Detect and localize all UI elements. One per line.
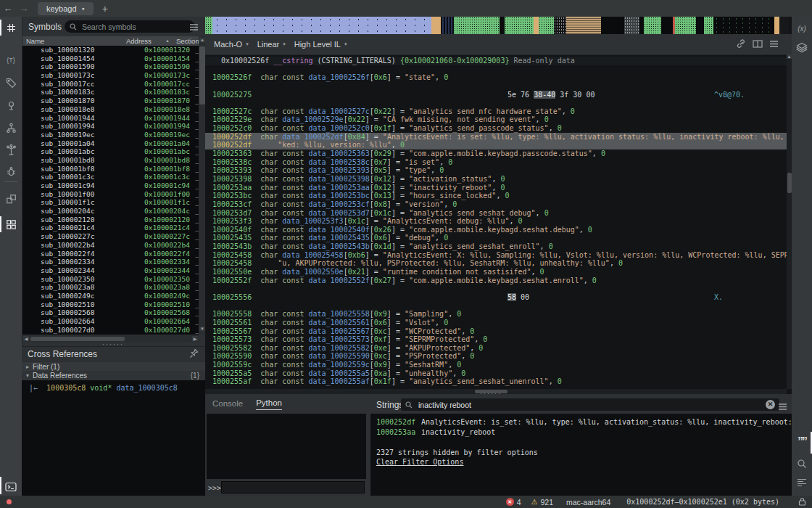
forward-arrow-icon[interactable]: → xyxy=(16,3,32,14)
symbol-row[interactable]: sub_100001abc0x100001abc__text xyxy=(22,147,199,156)
symbol-row[interactable]: sub_1000018e80x1000018e8__text xyxy=(22,105,199,114)
view-dropdown[interactable]: Linear▾ xyxy=(257,40,286,49)
symbol-row[interactable]: sub_1000022f40x1000022f4__text xyxy=(22,250,199,258)
strings-search-input[interactable] xyxy=(417,400,761,410)
minimap-segment[interactable] xyxy=(624,17,639,34)
layers-icon[interactable] xyxy=(792,38,812,56)
minimap-segment[interactable] xyxy=(205,17,212,34)
symbol-row[interactable]: sub_100001f1c0x100001f1c__text xyxy=(22,198,199,207)
minimap-segment[interactable] xyxy=(661,17,673,34)
minimap-segment[interactable] xyxy=(774,17,779,34)
linear-view-line[interactable]: 100025458 "u, AKPUProtected: %llu, PSPro… xyxy=(205,259,787,268)
feature-map[interactable] xyxy=(205,17,789,34)
column-name[interactable]: Name xyxy=(26,37,44,45)
linear-view-line[interactable]: 100025558 char const data_100025558[0x9]… xyxy=(205,310,787,319)
linear-view-line[interactable]: 1000252755e 76 38-40 3f 30 00^v8@?0. xyxy=(205,91,787,99)
minimap-segment[interactable] xyxy=(505,17,534,34)
symbol-row[interactable]: sub_10000249c0x10000249c__text xyxy=(22,292,199,300)
symbols-icon[interactable] xyxy=(0,18,22,37)
linear-view-line[interactable]: 10002550e char data_10002550e[0x21] = "r… xyxy=(205,268,787,276)
column-section[interactable]: Section xyxy=(176,37,199,45)
symbols-menu-icon[interactable] xyxy=(189,21,199,34)
linear-view-line[interactable] xyxy=(205,82,787,91)
linear-view-line[interactable]: 0x10002526f __cstring (CSTRING_LITERALS)… xyxy=(205,57,787,65)
linear-view-line[interactable]: 10002540f char const data_10002540f[0x26… xyxy=(205,226,787,234)
new-tab-button[interactable]: + xyxy=(102,3,108,15)
symbol-row[interactable]: sub_100001f000x100001f00__text xyxy=(22,190,199,199)
minimap-segment[interactable] xyxy=(696,17,704,34)
linear-view-line[interactable]: 100025573 char const data_100025573[0xf]… xyxy=(205,335,787,344)
find-icon[interactable] xyxy=(792,455,812,472)
symbol-row[interactable]: sub_1000023340x100002334__text xyxy=(22,258,199,266)
view-menu-icon[interactable] xyxy=(769,40,779,49)
linear-view-line[interactable]: 1000252df char data_1000252df[0x84] = "A… xyxy=(205,133,787,142)
record-indicator-icon[interactable] xyxy=(7,499,12,504)
minimap-segment[interactable] xyxy=(713,17,774,34)
linear-view-line[interactable]: 10002529e char data_10002529e[0x22] = "C… xyxy=(205,115,787,124)
console-output[interactable] xyxy=(207,414,366,479)
link-icon[interactable] xyxy=(736,38,746,50)
string-row[interactable]: 1000253aainactivity_reboot xyxy=(370,427,792,438)
clear-search-icon[interactable]: ✕ xyxy=(766,400,775,409)
linear-view-line[interactable]: 1000252df "ked: %llu, version: %llu", 0 xyxy=(205,141,787,149)
symbol-row[interactable]: sub_100001bf80x100001bf8__text xyxy=(22,165,199,173)
linear-view-line[interactable]: 10002527c char const data_10002527c[0x22… xyxy=(205,107,787,116)
minimap-segment[interactable] xyxy=(601,17,624,34)
symbol-row[interactable]: sub_100001c3c0x100001c3c__text xyxy=(22,173,199,181)
lock-icon[interactable] xyxy=(798,497,806,507)
minimap-segment[interactable] xyxy=(539,17,554,34)
linear-view-line[interactable]: 100025398 char const data_100025398[0x12… xyxy=(205,175,787,184)
minimap-segment[interactable] xyxy=(554,17,567,34)
memory-map-icon[interactable] xyxy=(0,215,22,234)
scroll-up-icon[interactable]: ▲ xyxy=(787,54,792,59)
linear-view-line[interactable]: 100025363 char const data_100025363[0x29… xyxy=(205,149,787,158)
linear-view-line[interactable]: 100025458 char data_100025458[0xb6] = "A… xyxy=(205,251,787,260)
il-dropdown[interactable]: High Level IL▾ xyxy=(294,40,347,49)
linear-view-line[interactable]: 100025393 char const data_100025393[0x5]… xyxy=(205,166,787,175)
architecture-label[interactable]: mac-aarch64 xyxy=(566,498,610,507)
symbol-row[interactable]: sub_1000021200x100002120__text xyxy=(22,216,199,224)
scroll-down-icon[interactable]: ▼ xyxy=(199,327,205,331)
linear-view-line[interactable]: 1000253d7 char const data_1000253d7[0x1c… xyxy=(205,209,787,218)
minimap-segment[interactable] xyxy=(212,17,432,34)
bug-icon[interactable] xyxy=(0,162,22,181)
string-row[interactable]: 1000252dfAnalyticsEvent: is_set: %llu, t… xyxy=(370,417,792,427)
symbol-row[interactable]: sub_1000027d00x1000027d0__text xyxy=(22,326,199,335)
symbol-row[interactable]: sub_10000204c0x10000204c__text xyxy=(22,207,199,216)
symbol-row[interactable]: sub_1000025100x100002510__text xyxy=(22,300,199,309)
linear-view-line[interactable]: 1000253bc char const data_1000253bc[0x13… xyxy=(205,192,787,200)
variables-icon[interactable]: (x) xyxy=(792,20,812,37)
symbol-row[interactable]: sub_100001bd80x100001bd8__text xyxy=(22,156,199,165)
log-icon[interactable] xyxy=(792,474,812,491)
symbol-row[interactable]: sub_100001c940x100001c94__text xyxy=(22,181,199,190)
pin-icon[interactable] xyxy=(189,348,199,361)
linear-view-line[interactable] xyxy=(205,65,787,74)
symbols-column-header[interactable]: Name Address ▲ Section xyxy=(22,36,206,46)
tree-icon[interactable] xyxy=(0,140,22,159)
types-icon[interactable]: {T} xyxy=(0,51,22,70)
format-dropdown[interactable]: Mach-O▾ xyxy=(214,40,249,49)
linear-view-line[interactable]: 100025590 char const data_100025590[0xc]… xyxy=(205,352,787,361)
scroll-up-icon[interactable]: ▲ xyxy=(199,38,205,42)
symbol-row[interactable]: sub_1000023500x100002350__text xyxy=(22,275,199,284)
scroll-left-icon[interactable]: ◀ xyxy=(23,336,29,341)
strings-quotes-icon[interactable]: ”” xyxy=(792,433,812,451)
terminal-icon[interactable] xyxy=(0,478,22,496)
linear-view-line[interactable] xyxy=(205,284,787,293)
minimap-segment[interactable] xyxy=(431,17,441,34)
linear-view-line[interactable]: 1000253f3 char data_1000253f3[0x1c] = "A… xyxy=(205,217,787,226)
linear-view-line[interactable]: 10002543b char const data_10002543b[0x1d… xyxy=(205,242,787,251)
linear-view-line[interactable]: 1000255af char const data_1000255af[0x1f… xyxy=(205,377,787,386)
tab-keybagd[interactable]: keybagd ● xyxy=(38,2,94,15)
linear-view-line[interactable]: 100025582 char const data_100025582[0xe]… xyxy=(205,344,787,353)
linear-view-line[interactable]: 10002538c char const data_10002538c[0x7]… xyxy=(205,158,787,167)
linear-view-line[interactable]: 100025435 char const data_100025435[0x6]… xyxy=(205,234,787,242)
symbol-row[interactable]: sub_1000019ec0x1000019ec__text xyxy=(22,131,199,139)
symbols-search-box[interactable] xyxy=(65,20,195,33)
tab-console[interactable]: Console xyxy=(212,399,243,410)
symbol-row[interactable]: sub_10000227c0x10000227c__text xyxy=(22,232,199,241)
linear-view-line[interactable]: 10002559c char const data_10002559c[0x9]… xyxy=(205,361,787,369)
linear-view-line[interactable]: 1000253aa char const data_1000253aa[0x12… xyxy=(205,184,787,192)
symbol-row[interactable]: sub_1000026640x100002664__text xyxy=(22,317,199,326)
symbol-row[interactable]: sub_1000019440x100001944__text xyxy=(22,114,199,123)
